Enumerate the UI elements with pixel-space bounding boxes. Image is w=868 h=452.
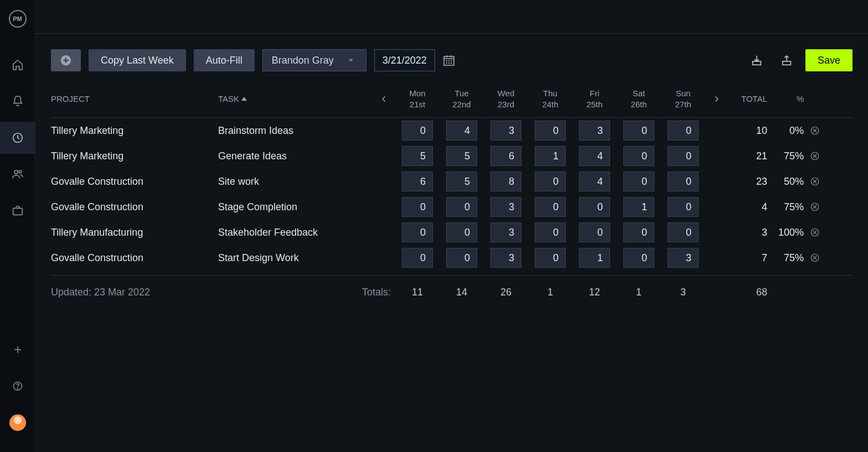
chevron-right-icon bbox=[712, 93, 720, 105]
delete-row-button[interactable] bbox=[804, 126, 826, 136]
column-total: 14 bbox=[440, 287, 484, 298]
hour-input[interactable]: 4 bbox=[579, 146, 610, 166]
main-content: Copy Last Week Auto-Fill Brandon Gray 3/… bbox=[35, 0, 868, 452]
delete-row-button[interactable] bbox=[804, 253, 826, 263]
delete-row-button[interactable] bbox=[804, 227, 826, 237]
totals-label: Totals: bbox=[339, 287, 395, 298]
row-pct: 75% bbox=[771, 150, 804, 162]
avatar bbox=[9, 414, 26, 431]
hour-input[interactable]: 0 bbox=[623, 222, 654, 242]
hour-input[interactable]: 0 bbox=[402, 222, 433, 242]
table-row: Govalle ConstructionStart Design Work003… bbox=[51, 245, 852, 271]
header-task[interactable]: TASK bbox=[218, 94, 373, 103]
bell-icon bbox=[12, 95, 24, 107]
svg-rect-9 bbox=[783, 61, 791, 65]
nav-notifications[interactable] bbox=[0, 85, 35, 117]
hour-input[interactable]: 4 bbox=[579, 172, 610, 191]
add-row-button[interactable] bbox=[51, 49, 81, 71]
hour-input[interactable]: 8 bbox=[490, 172, 521, 191]
row-pct: 50% bbox=[771, 176, 804, 188]
hour-input[interactable]: 1 bbox=[623, 197, 654, 217]
auto-fill-button[interactable]: Auto-Fill bbox=[194, 49, 255, 71]
header-project[interactable]: PROJECT bbox=[51, 94, 218, 103]
svg-rect-8 bbox=[753, 61, 761, 65]
calendar-icon bbox=[442, 54, 456, 67]
calendar-button[interactable] bbox=[441, 49, 457, 71]
close-circle-icon bbox=[810, 253, 820, 263]
hour-input[interactable]: 0 bbox=[402, 197, 433, 217]
hour-input[interactable]: 1 bbox=[579, 248, 610, 268]
header-task-label: TASK bbox=[218, 94, 239, 103]
nav-home[interactable] bbox=[0, 49, 35, 81]
share-icon bbox=[781, 54, 793, 66]
table-header: PROJECT TASK Mon21stTue22ndWed23rdThu24t… bbox=[51, 81, 852, 118]
hour-input[interactable]: 5 bbox=[402, 146, 433, 166]
hour-input[interactable]: 0 bbox=[402, 121, 433, 141]
hour-input[interactable]: 5 bbox=[446, 146, 477, 166]
date-input[interactable]: 3/21/2022 bbox=[374, 49, 435, 71]
row-total: 21 bbox=[727, 150, 771, 162]
hour-input[interactable]: 0 bbox=[579, 222, 610, 242]
hour-input[interactable]: 3 bbox=[490, 248, 521, 268]
task-cell: Brainstorm Ideas bbox=[218, 125, 373, 137]
next-week-button[interactable] bbox=[705, 93, 727, 105]
hour-input[interactable]: 0 bbox=[668, 121, 699, 141]
download-button[interactable] bbox=[746, 49, 768, 71]
close-circle-icon bbox=[810, 126, 820, 136]
help-icon bbox=[12, 381, 23, 392]
hour-input[interactable]: 0 bbox=[535, 197, 566, 217]
hour-input[interactable]: 0 bbox=[579, 197, 610, 217]
row-total: 10 bbox=[727, 125, 771, 137]
delete-row-button[interactable] bbox=[804, 202, 826, 212]
task-cell: Stakeholder Feedback bbox=[218, 227, 373, 238]
hour-input[interactable]: 0 bbox=[623, 172, 654, 191]
hour-input[interactable]: 0 bbox=[623, 248, 654, 268]
share-button[interactable] bbox=[776, 49, 798, 71]
delete-row-button[interactable] bbox=[804, 151, 826, 161]
nav-portfolio[interactable] bbox=[0, 195, 35, 227]
nav-team[interactable] bbox=[0, 158, 35, 190]
hour-input[interactable]: 6 bbox=[402, 172, 433, 191]
hour-input[interactable]: 3 bbox=[490, 197, 521, 217]
hour-input[interactable]: 4 bbox=[446, 121, 477, 141]
svg-point-1 bbox=[14, 170, 18, 174]
hour-input[interactable]: 0 bbox=[623, 121, 654, 141]
hour-input[interactable]: 0 bbox=[446, 248, 477, 268]
prev-week-button[interactable] bbox=[373, 93, 395, 105]
hour-input[interactable]: 5 bbox=[446, 172, 477, 191]
hour-input[interactable]: 0 bbox=[446, 197, 477, 217]
hour-input[interactable]: 3 bbox=[668, 248, 699, 268]
user-select[interactable]: Brandon Gray bbox=[262, 49, 366, 71]
hour-input[interactable]: 0 bbox=[535, 222, 566, 242]
hour-input[interactable]: 0 bbox=[668, 222, 699, 242]
hour-input[interactable]: 0 bbox=[402, 248, 433, 268]
hour-input[interactable]: 0 bbox=[535, 172, 566, 191]
hour-input[interactable]: 1 bbox=[535, 146, 566, 166]
nav-timesheet[interactable] bbox=[0, 122, 35, 154]
row-pct: 100% bbox=[771, 227, 804, 238]
nav-help[interactable] bbox=[0, 370, 35, 402]
column-total: 11 bbox=[395, 287, 440, 298]
task-cell: Generate Ideas bbox=[218, 150, 373, 162]
nav-profile[interactable] bbox=[0, 407, 35, 439]
hour-input[interactable]: 0 bbox=[668, 172, 699, 191]
hour-input[interactable]: 0 bbox=[446, 222, 477, 242]
task-cell: Start Design Work bbox=[218, 252, 373, 264]
hour-input[interactable]: 3 bbox=[579, 121, 610, 141]
copy-last-week-button[interactable]: Copy Last Week bbox=[89, 49, 186, 71]
hour-input[interactable]: 3 bbox=[490, 121, 521, 141]
hour-input[interactable]: 0 bbox=[535, 121, 566, 141]
hour-input[interactable]: 0 bbox=[623, 146, 654, 166]
hour-input[interactable]: 0 bbox=[668, 146, 699, 166]
save-button[interactable]: Save bbox=[805, 49, 852, 71]
nav-add[interactable] bbox=[0, 334, 35, 366]
delete-row-button[interactable] bbox=[804, 176, 826, 186]
hour-input[interactable]: 6 bbox=[490, 146, 521, 166]
day-header: Thu24th bbox=[528, 88, 572, 110]
hour-input[interactable]: 3 bbox=[490, 222, 521, 242]
hour-input[interactable]: 0 bbox=[668, 197, 699, 217]
download-icon bbox=[751, 54, 763, 66]
hour-input[interactable]: 0 bbox=[535, 248, 566, 268]
sort-asc-icon bbox=[241, 97, 247, 101]
row-total: 4 bbox=[727, 201, 771, 213]
